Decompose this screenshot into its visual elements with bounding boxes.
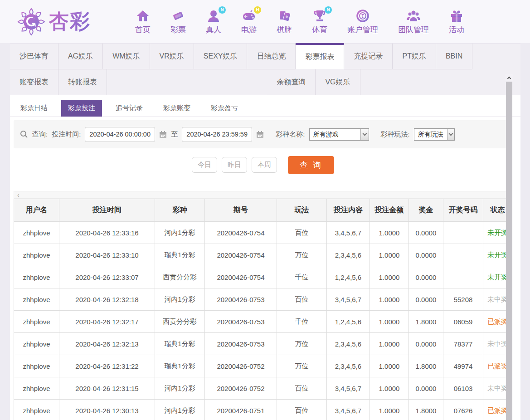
scroll-left-icon[interactable]: ‹: [17, 192, 19, 198]
sub-tab-彩票日结[interactable]: 彩票日结: [14, 100, 54, 117]
top-nav-item-home[interactable]: 首页: [135, 9, 151, 35]
game-name-select[interactable]: 所有游戏: [309, 128, 369, 141]
today-button[interactable]: 今日: [192, 157, 217, 173]
cell-play: 万位: [277, 244, 327, 266]
ticket-icon: [171, 9, 185, 23]
column-header-用户名: 用户名: [14, 199, 59, 222]
play-type-select[interactable]: 所有玩法: [414, 128, 455, 141]
table-row: zhhplove2020-04-26 12:30:13河内1分彩20200426…: [14, 400, 512, 420]
main-tab-SEXY娱乐[interactable]: SEXY娱乐: [194, 44, 248, 69]
main-content: 沙巴体育AG娱乐WM娱乐VR娱乐SEXY娱乐日结总览彩票报表充提记录PT娱乐BB…: [10, 43, 520, 420]
sub-tab-彩票账变[interactable]: 彩票账变: [156, 100, 197, 117]
cell-amount: 1.0000: [370, 222, 409, 244]
cell-game: 河内1分彩: [155, 400, 205, 420]
table-row: zhhplove2020-04-26 12:31:15河内1分彩20200426…: [14, 377, 512, 400]
table-row: zhhplove2020-04-26 12:33:10瑞典1分彩20200426…: [14, 244, 512, 266]
cell-prize: 0.0000: [409, 244, 443, 266]
main-tab-账变报表[interactable]: 账变报表: [10, 69, 58, 95]
cell-play: 百位: [277, 288, 327, 311]
top-nav-label: 首页: [135, 24, 151, 35]
home-icon: [136, 9, 150, 23]
nav-badge: N: [219, 6, 226, 14]
main-tab-余额查询[interactable]: 余额查询: [267, 69, 316, 95]
yesterday-button[interactable]: 昨日: [222, 157, 247, 173]
bet-records-table: 用户名投注时间彩种期号玩法投注内容投注金额奖金开奖号码状态 zhhplove20…: [14, 199, 512, 420]
cell-play: 千位: [277, 266, 327, 288]
top-nav-item-live-person[interactable]: N 真人: [206, 9, 221, 35]
scroll-up-icon[interactable]: [506, 74, 513, 81]
sub-tab-追号记录[interactable]: 追号记录: [109, 100, 150, 117]
column-header-期号: 期号: [205, 199, 277, 222]
cell-bet-time: 2020-04-26 12:33:07: [59, 266, 155, 288]
lottery-subtab-bar: 彩票日结彩票投注追号记录彩票账变彩票盈亏: [14, 100, 520, 116]
top-nav-item-coin[interactable]: 账户管理: [347, 9, 378, 35]
tab-row-filler: [107, 69, 267, 95]
main-tab-沙巴体育[interactable]: 沙巴体育: [10, 44, 58, 69]
main-tab-AG娱乐[interactable]: AG娱乐: [58, 44, 103, 69]
horizontal-scrollbar[interactable]: ‹ ›: [14, 191, 512, 199]
top-nav-label: 彩票: [170, 24, 186, 35]
top-nav-label: 棋牌: [277, 24, 292, 35]
top-nav-label: 账户管理: [347, 24, 378, 35]
brand-logo[interactable]: 杏彩: [16, 7, 112, 37]
bet-time-to-input[interactable]: [182, 127, 252, 142]
main-tab-VR娱乐[interactable]: VR娱乐: [150, 44, 194, 69]
cell-game: 瑞典1分彩: [155, 333, 205, 355]
calendar-icon[interactable]: [256, 131, 264, 138]
cell-content: 3,4,5,6,7: [327, 222, 370, 244]
bet-time-from-input[interactable]: [85, 127, 155, 142]
cell-game: 西贡分分彩: [155, 266, 205, 288]
main-tab-彩票报表[interactable]: 彩票报表: [296, 43, 344, 69]
chevron-down-icon: [360, 129, 369, 140]
report-tab-bar: 沙巴体育AG娱乐WM娱乐VR娱乐SEXY娱乐日结总览彩票报表充提记录PT娱乐BB…: [10, 43, 520, 95]
top-nav-item-gift[interactable]: 活动: [449, 9, 464, 35]
main-tab-WM娱乐[interactable]: WM娱乐: [103, 44, 150, 69]
cell-user: zhhplove: [14, 244, 59, 266]
calendar-icon[interactable]: [159, 131, 167, 138]
top-nav-item-team[interactable]: 团队管理: [398, 9, 429, 35]
top-nav-item-ticket[interactable]: 彩票: [170, 9, 186, 35]
main-tab-日结总览[interactable]: 日结总览: [247, 44, 296, 69]
cell-prize: 1.8000: [409, 355, 443, 377]
tab-row-filler: [360, 69, 520, 95]
column-header-投注金额: 投注金额: [370, 199, 409, 222]
table-row: zhhplove2020-04-26 12:31:22瑞典1分彩20200426…: [14, 355, 512, 377]
top-nav-label: 电游: [241, 24, 257, 35]
cell-numbers: [443, 244, 483, 266]
cell-user: zhhplove: [14, 288, 59, 311]
cell-play: 万位: [277, 333, 327, 355]
cell-numbers: 78377: [443, 333, 483, 355]
cell-game: 河内1分彩: [155, 288, 205, 311]
vertical-scrollbar[interactable]: [506, 74, 513, 420]
cell-content: 2,3,4,5,6: [327, 355, 370, 377]
cell-play: 百位: [277, 222, 327, 244]
top-nav-item-cards[interactable]: 棋牌: [277, 9, 292, 35]
sub-tab-彩票盈亏[interactable]: 彩票盈亏: [204, 100, 245, 117]
report-scroll-region: 查询: 投注时间: 至 彩种名称: 所有游戏 彩种玩法:: [10, 116, 520, 420]
main-tab-转账报表[interactable]: 转账报表: [58, 69, 107, 95]
cell-prize: 0.0000: [409, 288, 443, 311]
cell-prize: 1.8000: [409, 311, 443, 333]
main-tab-充提记录[interactable]: 充提记录: [344, 44, 393, 69]
table-row: zhhplove2020-04-26 12:33:16河内1分彩20200426…: [14, 222, 512, 244]
cell-issue: 20200426-0754: [205, 244, 277, 266]
cell-amount: 1.0000: [370, 288, 409, 311]
cell-bet-time: 2020-04-26 12:32:17: [59, 311, 155, 333]
cell-game: 河内1分彩: [155, 377, 205, 400]
cell-bet-time: 2020-04-26 12:30:13: [59, 400, 155, 420]
cell-play: 百位: [277, 400, 327, 420]
top-nav-item-trophy[interactable]: N 体育: [312, 9, 327, 35]
cell-issue: 20200426-0754: [205, 222, 277, 244]
cell-user: zhhplove: [14, 311, 59, 333]
main-tab-PT娱乐[interactable]: PT娱乐: [393, 44, 436, 69]
scrollbar-thumb[interactable]: [506, 82, 512, 420]
top-nav-item-gamepad[interactable]: H 电游: [241, 9, 257, 35]
main-tab-BBIN[interactable]: BBIN: [436, 44, 472, 69]
main-tab-VG娱乐[interactable]: VG娱乐: [316, 69, 360, 95]
this-week-button[interactable]: 本周: [252, 157, 277, 173]
team-icon: [406, 9, 421, 23]
brand-flower-icon: [16, 7, 46, 37]
query-button[interactable]: 查 询: [288, 156, 334, 174]
cell-prize: 0.0000: [409, 222, 443, 244]
sub-tab-彩票投注[interactable]: 彩票投注: [61, 100, 102, 117]
